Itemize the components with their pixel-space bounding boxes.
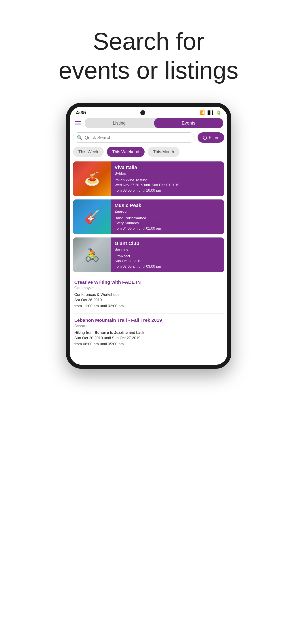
pill-this-month[interactable]: This Month <box>148 147 179 157</box>
status-icons: 📶 ▐▌▌ 🔋 <box>200 110 221 115</box>
cycling-image <box>73 238 111 272</box>
event-dates-giant-club: Sun Oct 20 2019from 07:00 am until 03:00… <box>115 258 221 269</box>
event-location-giant-club: Sannine <box>115 247 221 252</box>
pill-this-weekend[interactable]: This Weekend <box>107 147 145 157</box>
event-list-dates-creative-writing: Sat Oct 26 2019from 11:00 am until 02:00… <box>74 297 223 309</box>
event-card-image-cycling <box>73 238 111 272</box>
event-card-image-music <box>73 200 111 234</box>
phone-wrapper: 4:35 📶 ▐▌▌ 🔋 Lis <box>66 103 231 369</box>
event-title-music-peak: Music Peak <box>115 202 221 208</box>
pill-this-week[interactable]: This Week <box>73 147 104 157</box>
event-list-creative-writing[interactable]: Creative Writing with FADE IN Gemmayze C… <box>73 276 224 313</box>
search-row: 🔍 ⨀ Filter <box>73 132 224 143</box>
hero-section: Search for events or listings <box>50 0 247 103</box>
bottom-spacer <box>73 351 224 365</box>
status-bar: 4:35 📶 ▐▌▌ 🔋 <box>70 107 227 118</box>
signal-icon: ▐▌▌ <box>206 110 215 115</box>
event-dates-music-peak: Every Saturdayfrom 04:00 pm until 01:00 … <box>115 220 221 231</box>
tab-events[interactable]: Events <box>154 118 223 128</box>
event-dates-viva-italia: Wed Nov 27 2019 until Sun Dec 01 2019fro… <box>115 182 221 193</box>
hero-title: Search for events or listings <box>58 27 238 85</box>
event-type-music-peak: Band Performance <box>115 216 221 220</box>
filter-label: Filter <box>209 135 219 140</box>
event-card-info-music-peak: Music Peak Zaarour Band Performance Ever… <box>111 200 224 234</box>
event-list-type-mountain-trail: Hiking from Bcharre to Jezzine and back <box>74 330 223 335</box>
tab-listing[interactable]: Listing <box>85 118 154 128</box>
event-card-giant-club[interactable]: Giant Club Sannine Off-Road Sun Oct 20 2… <box>73 238 224 272</box>
event-card-info-viva-italia: Viva Italia Byblos Italian Wine Tasting … <box>111 162 224 196</box>
search-wrapper[interactable]: 🔍 <box>73 132 195 143</box>
hero-line2: events or listings <box>58 57 238 84</box>
date-pills: This Week This Weekend This Month <box>73 147 224 157</box>
event-location-music-peak: Zaarour <box>115 209 221 214</box>
event-card-info-giant-club: Giant Club Sannine Off-Road Sun Oct 20 2… <box>111 238 224 272</box>
event-card-music-peak[interactable]: Music Peak Zaarour Band Performance Ever… <box>73 200 224 234</box>
event-list-title-mountain-trail: Lebanon Mountain Trail - Fall Trek 2019 <box>74 318 223 323</box>
wifi-icon: 📶 <box>200 110 205 115</box>
hamburger-line-1 <box>75 121 81 122</box>
hamburger-button[interactable] <box>74 120 82 126</box>
status-camera <box>140 110 145 115</box>
hike-to: Jezzine <box>114 330 128 335</box>
hamburger-line-3 <box>75 124 81 125</box>
event-list-type-creative-writing: Conferences & Workshops <box>74 292 223 297</box>
hike-from: Bcharre <box>94 330 109 335</box>
music-image <box>73 200 111 234</box>
phone-screen: 4:35 📶 ▐▌▌ 🔋 Lis <box>70 107 227 365</box>
battery-icon: 🔋 <box>216 110 221 115</box>
filter-button[interactable]: ⨀ Filter <box>198 132 224 143</box>
event-list-dates-mountain-trail: Sun Oct 20 2019 until Sun Oct 27 2019fro… <box>74 335 223 347</box>
event-list-location-mountain-trail: Bcharre <box>74 324 223 328</box>
app-content: Listing Events 🔍 ⨀ Filter <box>70 118 227 365</box>
event-card-viva-italia[interactable]: Viva Italia Byblos Italian Wine Tasting … <box>73 162 224 196</box>
hamburger-line-2 <box>75 123 81 124</box>
search-input[interactable] <box>85 135 191 140</box>
event-title-giant-club: Giant Club <box>115 240 221 246</box>
event-type-giant-club: Off-Road <box>115 254 221 258</box>
event-title-viva-italia: Viva Italia <box>115 164 221 170</box>
phone-frame: 4:35 📶 ▐▌▌ 🔋 Lis <box>66 103 231 369</box>
food-image <box>73 162 111 196</box>
event-list-mountain-trail[interactable]: Lebanon Mountain Trail - Fall Trek 2019 … <box>73 314 224 351</box>
hero-line1: Search for <box>93 28 204 55</box>
toggle-bar: Listing Events <box>73 118 224 128</box>
event-location-viva-italia: Byblos <box>115 171 221 176</box>
event-card-image-food <box>73 162 111 196</box>
event-list-title-creative-writing: Creative Writing with FADE IN <box>74 280 223 285</box>
event-type-viva-italia: Italian Wine Tasting <box>115 178 221 182</box>
tab-toggle-group: Listing Events <box>85 118 223 128</box>
status-time: 4:35 <box>76 110 86 116</box>
event-list-location-creative-writing: Gemmayze <box>74 286 223 290</box>
filter-icon: ⨀ <box>203 135 207 140</box>
search-icon: 🔍 <box>77 135 82 140</box>
